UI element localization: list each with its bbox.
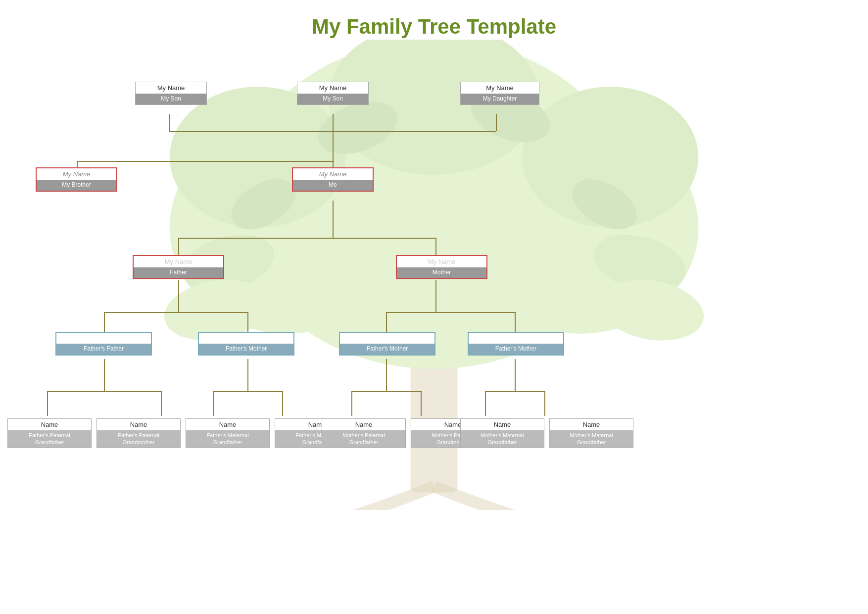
fm-down	[247, 359, 248, 391]
gg6-vline	[421, 391, 422, 416]
fm-vline	[247, 312, 248, 332]
child-3-box: My Name My Daughter	[460, 82, 539, 105]
mf-down	[386, 359, 387, 391]
father-box: My Name Father	[133, 255, 224, 279]
gg8-vline	[544, 391, 545, 416]
gg2-box: Name Father's PaternalGrandmother	[96, 418, 181, 448]
gg8-name[interactable]: Name	[550, 419, 633, 430]
fm-box: Father's Mother	[198, 332, 294, 356]
brother-name[interactable]: My Name	[37, 168, 116, 180]
mf-label: Father's Mother	[340, 344, 434, 355]
child3-vline	[496, 114, 497, 131]
gg1-label: Father's PaternalGrandfather	[8, 430, 91, 448]
me-down	[333, 201, 334, 238]
child-3-label: My Daughter	[461, 94, 539, 104]
gg3-name[interactable]: Name	[186, 419, 269, 430]
ff-vline	[104, 312, 105, 332]
child-2-label: My Son	[297, 94, 368, 104]
me-label: Me	[293, 180, 373, 191]
gg4-vline	[282, 391, 283, 416]
gg5-box: Name Mother's PaternalGrandfather	[322, 418, 406, 448]
gg2-name[interactable]: Name	[97, 419, 180, 430]
page-title: My Family Tree Template	[0, 0, 868, 39]
father-vline	[178, 238, 179, 255]
mm-box: Father's Mother	[468, 332, 564, 356]
mother-down	[435, 280, 436, 312]
me-name[interactable]: My Name	[293, 168, 373, 180]
child-2-box: My Name My Son	[297, 82, 369, 105]
gg2-label: Father's PaternalGrandmother	[97, 430, 180, 448]
brother-label: My Brother	[37, 180, 116, 191]
gg3-box: Name Father's MaternalGrandfather	[186, 418, 270, 448]
brother-box: My Name My Brother	[36, 167, 117, 192]
gg8-label: Mother's MaternalGrandfather	[550, 430, 633, 448]
gg3-vline	[213, 391, 214, 416]
gg8-box: Name Mother's MaternalGrandfather	[549, 418, 633, 448]
center-down1	[333, 131, 334, 161]
mother-vline	[435, 238, 436, 255]
ff-name[interactable]	[56, 333, 151, 344]
mm-label: Father's Mother	[469, 344, 563, 355]
mf-gg-hbar	[351, 391, 421, 392]
fm-gg-hbar	[213, 391, 282, 392]
gg1-box: Name Father's PaternalGrandfather	[7, 418, 92, 448]
child-1-name[interactable]: My Name	[136, 82, 206, 94]
child2-vline	[333, 114, 334, 131]
mm-gg-hbar	[485, 391, 544, 392]
child-1-box: My Name My Son	[135, 82, 207, 105]
child-2-name[interactable]: My Name	[297, 82, 368, 94]
me-box: My Name Me	[292, 167, 374, 192]
mother-label: Mother	[397, 267, 486, 278]
ff-box: Father's Father	[55, 332, 152, 356]
father-name[interactable]: My Name	[134, 256, 223, 267]
gg1-name[interactable]: Name	[8, 419, 91, 430]
ff-down	[104, 359, 105, 391]
fm-label: Father's Mother	[199, 344, 293, 355]
me-hbar	[77, 161, 334, 162]
mother-name[interactable]: My Name	[397, 256, 486, 267]
father-down	[178, 280, 179, 312]
gg7-box: Name Mother's MaternalGrandfather	[460, 418, 544, 448]
gg3-label: Father's MaternalGrandfather	[186, 430, 269, 448]
child-1-label: My Son	[136, 94, 206, 104]
gg2-vline	[161, 391, 162, 416]
gg7-name[interactable]: Name	[461, 419, 544, 430]
ff-label: Father's Father	[56, 344, 151, 355]
mm-vline	[515, 312, 516, 332]
mf-name[interactable]	[340, 333, 434, 344]
mf-box: Father's Mother	[339, 332, 435, 356]
parents-hbar	[178, 238, 435, 239]
gg1-vline	[47, 391, 48, 416]
fm-name[interactable]	[199, 333, 293, 344]
mother-box: My Name Mother	[396, 255, 487, 279]
mf-vline	[386, 312, 387, 332]
mm-down	[515, 359, 516, 391]
father-gp-hbar	[104, 312, 247, 313]
mm-name[interactable]	[469, 333, 563, 344]
gg5-label: Mother's PaternalGrandfather	[322, 430, 405, 448]
father-label: Father	[134, 267, 223, 278]
gg5-vline	[351, 391, 352, 416]
ff-gg-hbar	[47, 391, 161, 392]
mother-gp-hbar	[386, 312, 515, 313]
child1-vline	[169, 114, 170, 131]
gg7-label: Mother's MaternalGrandfather	[461, 430, 544, 448]
gg7-vline	[485, 391, 486, 416]
gg5-name[interactable]: Name	[322, 419, 405, 430]
child-3-name[interactable]: My Name	[461, 82, 539, 94]
